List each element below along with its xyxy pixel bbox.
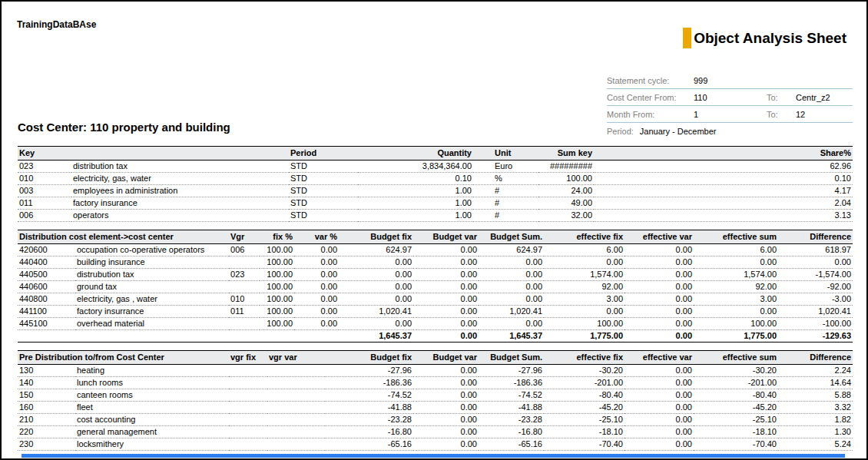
key-table-row: 023 distribution tax STD 3,834,364.00 Eu…	[18, 161, 853, 173]
col-header-vgr: Vgr	[229, 230, 260, 244]
cell-budget-var: 0.00	[413, 244, 479, 256]
pre-distribution-row: 150 canteen rooms -74.52 0.00 -74.52 -80…	[18, 389, 853, 402]
cell-effective-var: 0.00	[624, 365, 694, 377]
cell-var-pct: 0.00	[294, 269, 339, 281]
distribution-table-row: 445100 overhead material 100.00 0.00 0.0…	[18, 318, 853, 330]
cell-budget-sum: -27.96	[479, 365, 544, 377]
distribution-table-row: 440800 electricity, gas , water 010 100.…	[18, 293, 853, 306]
cell-effective-var: 0.00	[624, 306, 694, 318]
col-header-budget-sum: Budget Sum.	[479, 230, 544, 244]
cell-cost-element-code: 440800	[18, 293, 75, 306]
total-effective-sum: 1,775.00	[694, 330, 778, 343]
cell-cost-element-code: 440500	[18, 269, 75, 281]
cell-budget-fix: -16.80	[325, 426, 413, 438]
cell-difference: -1,574.00	[778, 269, 853, 281]
cell-description: electricity, gas, water	[71, 173, 289, 185]
cell-budget-sum: 624.97	[479, 244, 544, 256]
cell-var-pct: 0.00	[294, 244, 339, 256]
cell-vgr-fix	[229, 402, 267, 414]
cell-budget-var: 0.00	[413, 438, 479, 451]
cost-center-range-row: Cost Center From: 110 To: Centr_z2	[607, 89, 853, 106]
col-header-unit: Unit	[473, 147, 538, 161]
distribution-table-title: Distribution cost element->cost center	[18, 230, 229, 244]
cell-budget-sum: -41.88	[479, 402, 544, 414]
month-from-value: 1	[694, 110, 767, 119]
distribution-table: Distribution cost element->cost center V…	[18, 230, 853, 343]
period-value: January - December	[640, 127, 717, 136]
cell-effective-fix: 6.00	[544, 244, 624, 256]
cell-cost-center-code: 210	[18, 414, 75, 426]
col-header-key: Key	[18, 147, 289, 161]
cell-effective-sum: 6.00	[694, 244, 778, 256]
report-body: Key Period Quantity Unit Sum key Share% …	[18, 146, 853, 451]
cell-cost-center-code: 130	[18, 365, 75, 377]
cell-vgr-var	[267, 377, 325, 389]
cell-effective-fix: 100.00	[544, 318, 624, 330]
cell-share: 2.04	[594, 197, 853, 210]
cell-key-code: 006	[18, 210, 71, 222]
cell-budget-fix: -41.88	[325, 402, 413, 414]
cell-budget-var: 0.00	[413, 281, 479, 293]
col-header-effective-fix: effective fix	[544, 351, 624, 365]
key-table-row: 011 factory insurance STD 1.00 # 49.00 2…	[18, 197, 853, 210]
horizontal-scrollbar[interactable]	[22, 454, 845, 458]
report-title: Object Analysis Sheet	[694, 30, 846, 47]
cell-effective-fix: -80.40	[544, 389, 624, 402]
cell-vgr: 011	[229, 306, 260, 318]
cell-cost-center-code: 230	[18, 438, 75, 451]
cell-quantity: 0.10	[358, 173, 473, 185]
cell-budget-sum: 0.00	[479, 318, 544, 330]
cell-sum-key: #########	[538, 161, 594, 173]
cell-effective-var: 0.00	[624, 389, 694, 402]
cell-description: electricity, gas , water	[75, 293, 229, 306]
cell-budget-var: 0.00	[413, 389, 479, 402]
key-table-row: 010 electricity, gas, water STD 0.10 % 1…	[18, 173, 853, 185]
filter-panel: Statement cycle: 999 Cost Center From: 1…	[607, 72, 853, 139]
pre-distribution-row: 210 cost accounting -23.28 0.00 -23.28 -…	[18, 414, 853, 426]
cell-vgr-fix	[229, 389, 267, 402]
cell-empty	[294, 330, 339, 343]
statement-cycle-value: 999	[694, 76, 767, 85]
cell-budget-sum: -16.80	[479, 426, 544, 438]
cell-effective-var: 0.00	[624, 377, 694, 389]
cell-effective-var: 0.00	[624, 426, 694, 438]
cell-fix-pct: 100.00	[260, 269, 294, 281]
cell-budget-sum: 0.00	[479, 281, 544, 293]
cell-effective-fix: 0.00	[544, 256, 624, 269]
cell-description: operators	[71, 210, 289, 222]
cell-description: distrubution tax	[75, 269, 229, 281]
cell-budget-fix: -23.28	[325, 414, 413, 426]
cell-cost-center-code: 220	[18, 426, 75, 438]
cell-vgr: 023	[229, 269, 260, 281]
cell-sum-key: 49.00	[538, 197, 594, 210]
total-difference: -129.63	[778, 330, 853, 343]
cell-description: general management	[75, 426, 229, 438]
report-page: TrainingDataBAse Object Analysis Sheet S…	[0, 0, 868, 460]
cell-description: cost accounting	[75, 414, 229, 426]
cell-sum-key: 100.00	[538, 173, 594, 185]
col-header-effective-var: effective var	[624, 230, 694, 244]
cell-share: 62.96	[594, 161, 853, 173]
cell-budget-sum: 0.00	[479, 293, 544, 306]
distribution-table-row: 440400 building insurance 100.00 0.00 0.…	[18, 256, 853, 269]
cell-empty	[18, 330, 75, 343]
cell-budget-fix: -27.96	[325, 365, 413, 377]
cell-effective-var: 0.00	[624, 318, 694, 330]
cell-key-code: 010	[18, 173, 71, 185]
month-to-value: 12	[796, 110, 853, 119]
distribution-table-row: 440600 ground tax 100.00 0.00 0.00 0.00 …	[18, 281, 853, 293]
total-effective-var: 0.00	[624, 330, 694, 343]
statement-cycle-row: Statement cycle: 999	[607, 72, 853, 89]
cell-empty	[260, 330, 294, 343]
cell-effective-var: 0.00	[624, 269, 694, 281]
cell-vgr	[229, 318, 260, 330]
cell-fix-pct: 100.00	[260, 256, 294, 269]
cell-vgr-fix	[229, 438, 267, 451]
cell-budget-sum: 0.00	[479, 269, 544, 281]
month-from-label: Month From:	[607, 110, 694, 119]
cell-budget-var: 0.00	[413, 426, 479, 438]
cell-cost-center-code: 160	[18, 402, 75, 414]
cell-cost-element-code: 441100	[18, 306, 75, 318]
cell-effective-fix: -25.10	[544, 414, 624, 426]
cell-cost-element-code: 440400	[18, 256, 75, 269]
